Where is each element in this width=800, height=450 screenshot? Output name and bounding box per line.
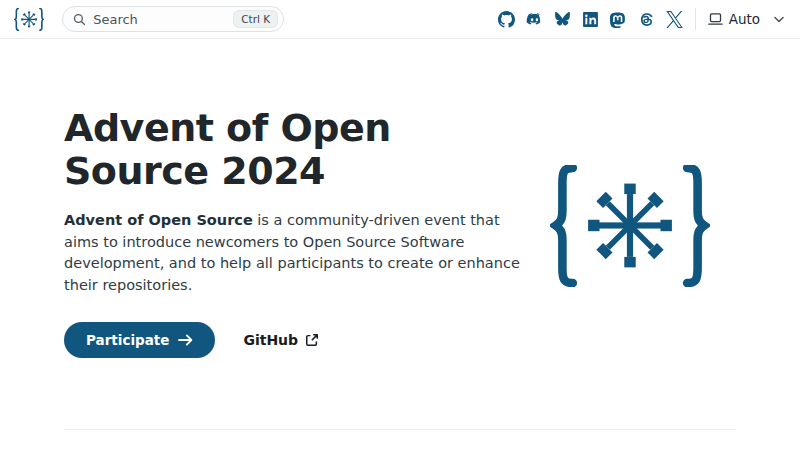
threads-link[interactable]	[638, 11, 655, 28]
navbar: Search Ctrl K Auto	[0, 0, 800, 39]
github-link[interactable]	[498, 11, 515, 28]
laptop-icon	[708, 13, 723, 26]
page-title: Advent of Open Source 2024	[64, 107, 504, 193]
nav-divider	[695, 8, 696, 30]
chevron-down-icon	[774, 16, 784, 23]
threads-icon	[638, 11, 655, 28]
social-links	[498, 11, 683, 28]
main-content: Advent of Open Source 2024 Advent of Ope…	[0, 107, 800, 430]
discord-link[interactable]	[526, 11, 543, 28]
discord-icon	[526, 11, 543, 28]
cta-row: Participate GitHub	[64, 322, 524, 358]
bluesky-icon	[554, 11, 571, 28]
external-link-icon	[305, 333, 319, 347]
hero-section: Advent of Open Source 2024 Advent of Ope…	[0, 107, 800, 358]
search-input[interactable]: Search Ctrl K	[62, 6, 284, 32]
linkedin-icon	[582, 11, 599, 28]
github-icon	[498, 11, 515, 28]
hero-description: Advent of Open Source is a community-dri…	[64, 210, 522, 297]
participate-button[interactable]: Participate	[64, 322, 215, 358]
search-icon	[73, 13, 86, 26]
arrow-right-icon	[178, 334, 193, 346]
mastodon-icon	[610, 11, 627, 28]
section-divider	[64, 429, 736, 430]
hero-logo-column	[524, 107, 736, 287]
bluesky-link[interactable]	[554, 11, 571, 28]
github-cta-label: GitHub	[243, 332, 298, 348]
search-shortcut-badge: Ctrl K	[233, 10, 278, 29]
github-cta-link[interactable]: GitHub	[243, 332, 319, 348]
hero-text-column: Advent of Open Source 2024 Advent of Ope…	[64, 107, 524, 358]
participate-label: Participate	[86, 332, 169, 348]
linkedin-link[interactable]	[582, 11, 599, 28]
hero-description-lead: Advent of Open Source	[64, 212, 253, 228]
theme-value: Auto	[729, 11, 760, 27]
braces-snowflake-logo	[550, 165, 710, 287]
theme-switcher[interactable]: Auto	[708, 11, 784, 27]
braces-snowflake-icon	[14, 8, 44, 31]
x-link[interactable]	[666, 11, 683, 28]
mastodon-link[interactable]	[610, 11, 627, 28]
x-icon	[666, 11, 683, 28]
site-logo[interactable]	[14, 8, 44, 31]
search-placeholder: Search	[93, 12, 226, 27]
